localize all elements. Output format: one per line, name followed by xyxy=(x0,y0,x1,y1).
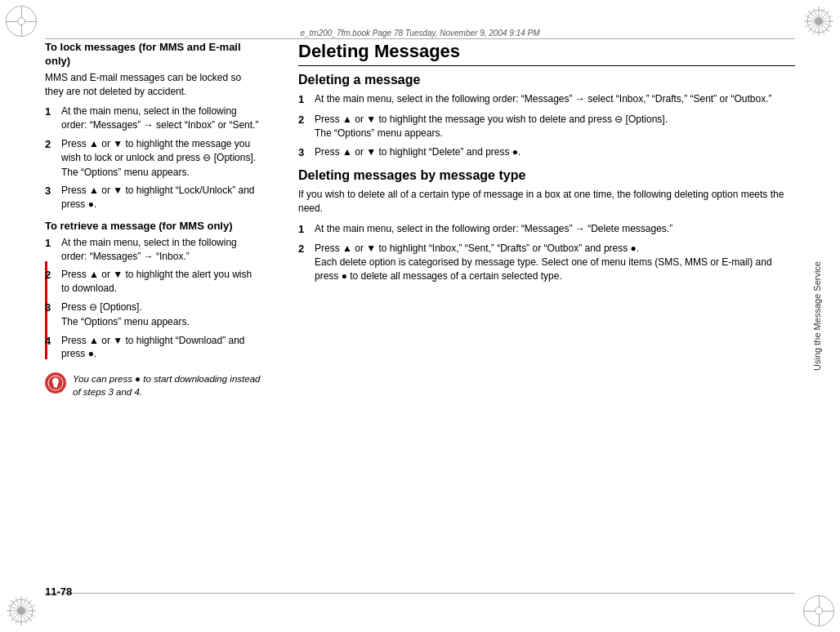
retrieve-message-title: To retrieve a message (for MMS only) xyxy=(45,220,261,234)
list-item: 3 Press ⊖ [Options].The “Options” menu a… xyxy=(45,300,261,329)
list-item: 2 Press ▲ or ▼ to highlight the alert yo… xyxy=(45,268,261,296)
left-column: To lock messages (for MMS and E-mail onl… xyxy=(45,41,278,583)
corner-decoration-br xyxy=(799,591,838,630)
lock-messages-title: To lock messages (for MMS and E-mail onl… xyxy=(45,41,261,69)
retrieve-message-section: To retrieve a message (for MMS only) 1 A… xyxy=(45,220,261,402)
lock-messages-list: 1 At the main menu, select in the follow… xyxy=(45,105,261,211)
deleting-by-type-list: 1 At the main menu, select in the follow… xyxy=(298,222,795,283)
list-item: 3 Press ▲ or ▼ to highlight “Lock/Unlock… xyxy=(45,184,261,211)
corner-decoration-tl xyxy=(2,2,41,41)
lock-messages-body: MMS and E-mail messages can be locked so… xyxy=(45,71,261,99)
retrieve-message-list: 1 At the main menu, select in the follow… xyxy=(45,236,261,361)
footer-line xyxy=(45,593,795,594)
sidebar-label: Using the Message Service xyxy=(809,98,825,534)
corner-decoration-tr xyxy=(799,2,838,41)
list-item: 1 At the main menu, select in the follow… xyxy=(298,92,795,107)
tip-icon xyxy=(45,372,66,394)
list-item: 4 Press ▲ or ▼ to highlight “Download” a… xyxy=(45,334,261,362)
list-item: 2 Press ▲ or ▼ to highlight the message … xyxy=(45,137,261,179)
lock-messages-section: To lock messages (for MMS and E-mail onl… xyxy=(45,41,261,211)
deleting-by-type-body: If you wish to delete all of a certain t… xyxy=(298,188,795,216)
page-number: 11-78 xyxy=(45,585,72,598)
list-item: 2 Press ▲ or ▼ to highlight “Inbox,” “Se… xyxy=(298,242,795,283)
deleting-message-section: Deleting a message 1 At the main menu, s… xyxy=(298,73,795,160)
list-item: 1 At the main menu, select in the follow… xyxy=(45,105,261,132)
deleting-by-type-title: Deleting messages by message type xyxy=(298,168,795,183)
deleting-by-type-section: Deleting messages by message type If you… xyxy=(298,168,795,283)
deleting-message-list: 1 At the main menu, select in the follow… xyxy=(298,92,795,160)
list-item: 1 At the main menu, select in the follow… xyxy=(298,222,795,237)
list-item: 2 Press ▲ or ▼ to highlight the message … xyxy=(298,113,795,141)
deleting-messages-heading: Deleting Messages xyxy=(298,41,795,62)
list-item: 1 At the main menu, select in the follow… xyxy=(45,236,261,264)
main-content: To lock messages (for MMS and E-mail onl… xyxy=(45,41,795,583)
right-column: Deleting Messages Deleting a message 1 A… xyxy=(278,41,795,583)
svg-rect-23 xyxy=(54,385,58,386)
svg-rect-24 xyxy=(54,386,57,388)
tip-box: You can press ● to start downloading ins… xyxy=(45,369,261,402)
deleting-message-title: Deleting a message xyxy=(298,73,795,87)
tip-text: You can press ● to start downloading ins… xyxy=(73,372,261,398)
section-divider xyxy=(298,65,795,66)
page-header-text: e_tm200_7fm.book Page 78 Tuesday, Novemb… xyxy=(300,29,539,38)
list-item: 3 Press ▲ or ▼ to highlight “Delete” and… xyxy=(298,145,795,160)
header-line xyxy=(45,38,795,39)
svg-point-22 xyxy=(52,378,59,385)
corner-decoration-bl xyxy=(2,591,41,630)
